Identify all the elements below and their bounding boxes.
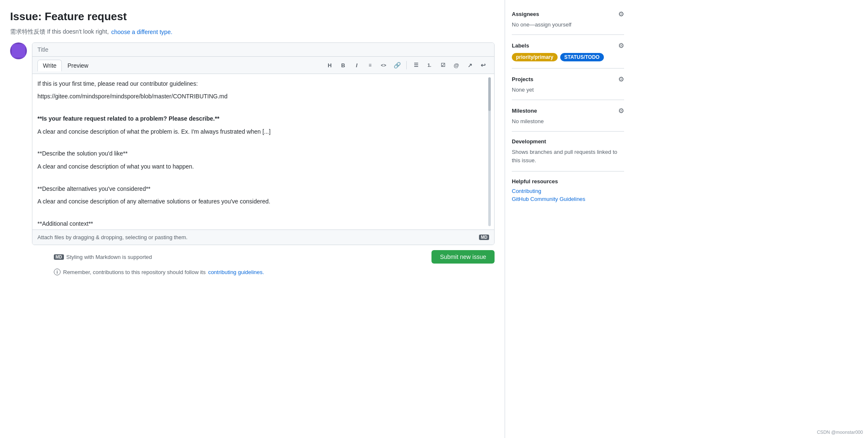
sidebar-section-assignees: Assignees ⚙ No one—assign yourself [512,10,624,35]
assignees-title: Assignees [512,11,539,17]
content-line-8: A clear and concise description of any a… [37,197,489,206]
sidebar-section-labels: Labels ⚙ priority/primary STATUS/TODO [512,35,624,69]
assignees-value: No one—assign yourself [512,21,624,28]
toolbar-code[interactable]: <> [378,59,389,71]
assignees-header: Assignees ⚙ [512,10,624,18]
submit-button[interactable]: Submit new issue [431,250,495,264]
toolbar-italic[interactable]: I [351,59,363,71]
community-guidelines-link[interactable]: GitHub Community Guidelines [512,196,624,202]
styling-text: Styling with Markdown is supported [66,254,152,260]
sidebar-section-development: Development Shows branches and pull requ… [512,132,624,172]
helpful-links: Contributing GitHub Community Guidelines [512,188,624,202]
editor-wrapper: Write Preview H B I ≡ <> 🔗 ☰ 1. ☑ [32,42,495,275]
tab-preview[interactable]: Preview [62,60,94,71]
milestone-title: Milestone [512,108,537,114]
watermark: CSDN @moonstar000 [817,430,863,435]
helpful-title: Helpful resources [512,178,624,185]
projects-gear-icon[interactable]: ⚙ [618,75,624,83]
title-input[interactable] [32,43,494,57]
toolbar-unordered-list[interactable]: ☰ [410,59,422,71]
editor-content: If this is your first time, please read … [37,79,489,230]
assignees-gear-icon[interactable]: ⚙ [618,10,624,18]
projects-header: Projects ⚙ [512,75,624,83]
contributing-link[interactable]: Contributing [512,188,624,194]
label-priority: priority/primary [512,53,558,61]
footer-bar: MD Styling with Markdown is supported Su… [54,245,495,264]
attach-area[interactable]: Attach files by dragging & dropping, sel… [32,230,494,245]
toolbar-heading[interactable]: H [324,59,336,71]
sidebar-section-projects: Projects ⚙ None yet [512,69,624,100]
content-line-9: **Additional context** [37,219,489,228]
content-line-7: **Describe alternatives you've considere… [37,184,489,193]
editor-container: Write Preview H B I ≡ <> 🔗 ☰ 1. ☑ [32,42,495,245]
milestone-header: Milestone ⚙ [512,107,624,115]
md-icon: MD [479,235,489,240]
styling-note: MD Styling with Markdown is supported [54,254,152,260]
sidebar: Assignees ⚙ No one—assign yourself Label… [505,0,631,438]
editor-body[interactable]: If this is your first time, please read … [32,74,494,230]
development-header: Development [512,138,624,145]
development-text: Shows branches and pull requests linked … [512,148,624,164]
toolbar-divider-1 [406,61,407,69]
subtitle-text: 需求特性反馈 If this doesn't look right, [10,28,109,36]
scroll-indicator [488,77,491,226]
content-line-1: If this is your first time, please read … [37,79,489,88]
editor-section: Write Preview H B I ≡ <> 🔗 ☰ 1. ☑ [10,42,495,275]
page-title: Issue: Feature request [10,10,495,23]
toolbar-mention[interactable]: @ [450,59,462,71]
info-icon: i [54,269,61,275]
tabs-toolbar: Write Preview H B I ≡ <> 🔗 ☰ 1. ☑ [32,57,494,74]
attach-text: Attach files by dragging & dropping, sel… [37,234,188,240]
label-status: STATUS/TODO [560,53,604,61]
projects-value: None yet [512,87,624,93]
footer-md-icon: MD [54,254,64,260]
contributing-guidelines-link[interactable]: contributing guidelines. [208,269,264,275]
labels-title: Labels [512,42,529,49]
labels-header: Labels ⚙ [512,42,624,50]
subtitle-row: 需求特性反馈 If this doesn't look right, choos… [10,28,495,36]
avatar-inner [12,44,25,58]
toolbar-link[interactable]: 🔗 [391,59,403,71]
remember-note: i Remember, contributions to this reposi… [54,269,495,275]
toolbar-ordered-list[interactable]: 1. [423,59,435,71]
content-line-3: **Is your feature request related to a p… [37,114,489,123]
tab-write[interactable]: Write [37,60,62,71]
tabs: Write Preview [37,60,94,71]
avatar [10,42,27,59]
sidebar-section-helpful: Helpful resources Contributing GitHub Co… [512,172,624,209]
development-title: Development [512,138,546,145]
labels-gear-icon[interactable]: ⚙ [618,42,624,50]
content-line-6: A clear and concise description of what … [37,162,489,171]
toolbar-quote[interactable]: ≡ [364,59,376,71]
content-line-2: https://gitee.com/mindspore/mindspore/bl… [37,92,489,101]
toolbar-undo[interactable]: ↩ [477,59,489,71]
labels-row: priority/primary STATUS/TODO [512,53,624,61]
toolbar-bold[interactable]: B [337,59,349,71]
projects-title: Projects [512,76,533,82]
content-line-5: **Describe the solution you'd like** [37,149,489,158]
content-line-4: A clear and concise description of what … [37,127,489,136]
toolbar-icons: H B I ≡ <> 🔗 ☰ 1. ☑ @ ↗ ↩ [324,59,489,71]
sidebar-section-milestone: Milestone ⚙ No milestone [512,100,624,132]
scroll-thumb [488,77,491,111]
milestone-gear-icon[interactable]: ⚙ [618,107,624,115]
change-type-link[interactable]: choose a different type. [111,29,172,35]
remember-text: Remember, contributions to this reposito… [63,269,206,275]
toolbar-task-list[interactable]: ☑ [437,59,449,71]
milestone-value: No milestone [512,118,624,124]
toolbar-reference[interactable]: ↗ [464,59,476,71]
